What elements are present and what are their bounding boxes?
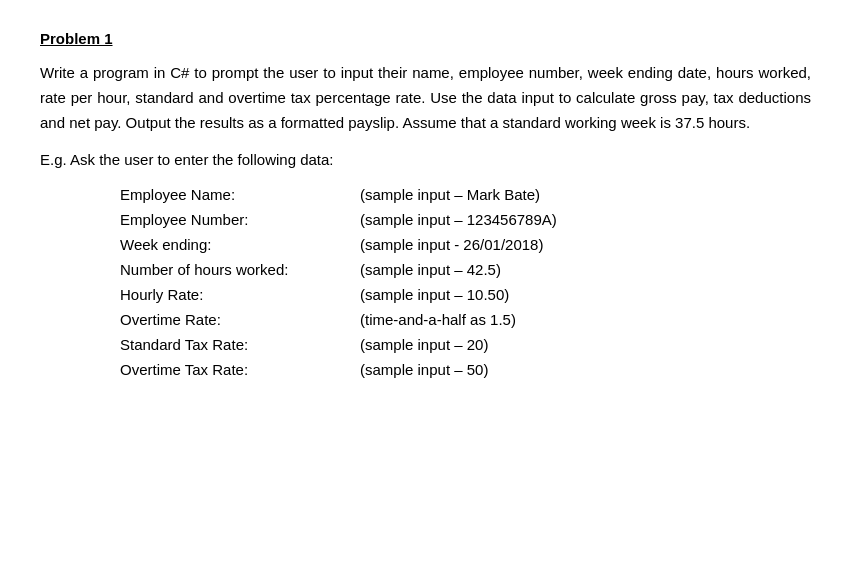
field-label: Overtime Rate: bbox=[120, 307, 340, 332]
field-sample: (sample input – 10.50) bbox=[340, 282, 557, 307]
table-row: Week ending:(sample input - 26/01/2018) bbox=[120, 232, 557, 257]
field-label: Number of hours worked: bbox=[120, 257, 340, 282]
table-row: Employee Name:(sample input – Mark Bate) bbox=[120, 182, 557, 207]
table-row: Employee Number:(sample input – 12345678… bbox=[120, 207, 557, 232]
description-text: Write a program in C# to prompt the user… bbox=[40, 61, 811, 135]
field-sample: (sample input – 50) bbox=[340, 357, 557, 382]
field-label: Hourly Rate: bbox=[120, 282, 340, 307]
field-sample: (sample input – 20) bbox=[340, 332, 557, 357]
field-sample: (sample input - 26/01/2018) bbox=[340, 232, 557, 257]
table-row: Overtime Rate:(time-and-a-half as 1.5) bbox=[120, 307, 557, 332]
field-sample: (sample input – Mark Bate) bbox=[340, 182, 557, 207]
table-row: Hourly Rate:(sample input – 10.50) bbox=[120, 282, 557, 307]
field-label: Overtime Tax Rate: bbox=[120, 357, 340, 382]
eg-label: E.g. Ask the user to enter the following… bbox=[40, 151, 811, 168]
field-label: Standard Tax Rate: bbox=[120, 332, 340, 357]
table-row: Standard Tax Rate:(sample input – 20) bbox=[120, 332, 557, 357]
field-sample: (sample input – 42.5) bbox=[340, 257, 557, 282]
fields-table: Employee Name:(sample input – Mark Bate)… bbox=[120, 182, 557, 382]
field-label: Week ending: bbox=[120, 232, 340, 257]
field-sample: (sample input – 123456789A) bbox=[340, 207, 557, 232]
field-label: Employee Name: bbox=[120, 182, 340, 207]
table-row: Overtime Tax Rate:(sample input – 50) bbox=[120, 357, 557, 382]
table-row: Number of hours worked:(sample input – 4… bbox=[120, 257, 557, 282]
problem-title: Problem 1 bbox=[40, 30, 811, 47]
field-label: Employee Number: bbox=[120, 207, 340, 232]
field-sample: (time-and-a-half as 1.5) bbox=[340, 307, 557, 332]
